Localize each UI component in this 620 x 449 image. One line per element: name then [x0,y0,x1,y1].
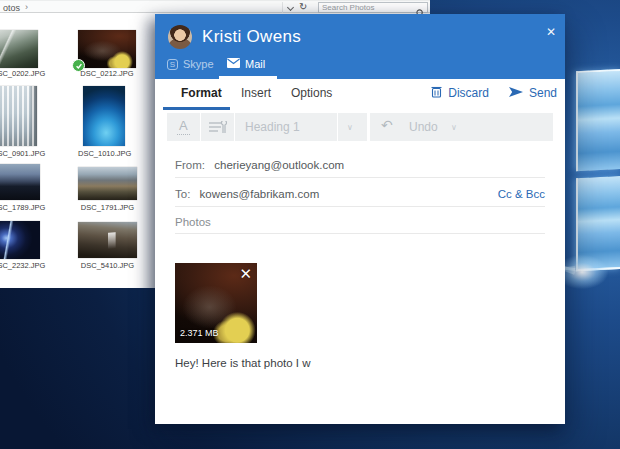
tab-mail[interactable]: Mail [227,58,265,70]
heading-style-dropdown[interactable]: Heading 1 [245,120,300,134]
photo-thumbnail[interactable] [0,30,38,68]
send-button[interactable]: Send [529,86,557,100]
ribbon-tab-insert[interactable]: Insert [241,86,271,100]
heading-dropdown-chevron-icon[interactable]: ∨ [347,123,353,132]
to-field[interactable]: To: kowens@fabrikam.com Cc & Bcc [175,178,545,207]
file-name[interactable]: DSC_2232.JPG [0,261,45,270]
photo-thumbnail[interactable] [0,221,40,259]
wallpaper-logo-pane-top [576,69,620,171]
breadcrumb[interactable]: otos [3,3,20,13]
desktop: otos › ↻ DSC_0202.JPG DSC_0212.JPG DSC_0… [0,0,620,449]
skype-icon: S [167,59,178,70]
toolbar-divider [337,113,338,141]
ribbon-tab-options[interactable]: Options [291,86,332,100]
contact-name-title: Kristi Owens [202,27,301,47]
attachment-size: 2.371 MB [180,328,219,338]
photo-thumbnail[interactable] [78,222,137,258]
undo-icon[interactable]: ↶ [381,117,393,133]
ribbon-tab-format[interactable]: Format [181,86,222,100]
file-name[interactable]: DSC_0212.JPG [78,69,136,78]
from-value[interactable]: cherieyang@outlook.com [214,159,344,171]
ribbon-active-tab-underline [163,107,230,110]
discard-trash-icon[interactable] [431,85,442,101]
breadcrumb-chevron-icon: › [25,2,28,12]
mail-envelope-icon [227,58,240,70]
address-dropdown-chevron-icon[interactable] [287,4,294,11]
toolbar-divider [234,113,235,141]
discard-button[interactable]: Discard [448,86,489,100]
contact-mail-window: Kristi Owens ✕ S Skype Mail Format Inser… [155,14,565,424]
paragraph-format-icon[interactable] [209,120,227,138]
file-name[interactable]: DSC_0202.JPG [0,69,45,78]
send-icon[interactable] [509,86,523,100]
to-value[interactable]: kowens@fabrikam.com [200,188,320,200]
message-body-text[interactable]: Hey! Here is that photo I w [175,357,311,369]
font-formatting-button[interactable]: A [177,118,190,135]
formatting-toolbar: A Heading 1 ∨ ↶ Undo ∨ [167,113,553,141]
address-bar-divider [282,2,283,13]
from-field[interactable]: From: cherieyang@outlook.com [175,142,545,178]
avatar [168,25,192,49]
photo-thumbnail[interactable] [78,167,137,200]
photo-thumbnail[interactable] [78,30,136,68]
photo-thumbnail[interactable] [0,164,40,200]
contact-header: Kristi Owens ✕ S Skype Mail [155,14,565,79]
subject-field[interactable]: Photos [175,207,545,234]
explorer-search-box[interactable] [318,2,428,13]
tab-mail-label: Mail [245,58,265,70]
file-name[interactable]: DSC_1789.JPG [0,203,45,212]
file-name[interactable]: DSC_5410.JPG [78,261,137,270]
photo-thumbnail[interactable] [0,86,37,146]
undo-button[interactable]: Undo [409,120,438,134]
tab-skype-label: Skype [183,58,214,70]
to-label: To: [175,188,190,200]
from-label: From: [175,159,205,171]
explorer-address-bar: otos › ↻ [0,0,430,13]
toolbar-divider [367,113,370,141]
cc-bcc-link[interactable]: Cc & Bcc [498,188,545,200]
toolbar-divider [200,113,201,141]
tab-skype[interactable]: S Skype [167,58,214,70]
photo-thumbnail[interactable] [83,86,125,146]
message-fields: From: cherieyang@outlook.com To: kowens@… [175,142,545,234]
undo-dropdown-chevron-icon[interactable]: ∨ [451,123,457,132]
search-input[interactable] [322,3,414,12]
subject-value[interactable]: Photos [175,216,211,228]
remove-attachment-icon[interactable]: ✕ [239,265,252,283]
file-name[interactable]: DSC_1791.JPG [78,203,137,212]
close-icon[interactable]: ✕ [546,25,556,39]
refresh-icon[interactable]: ↻ [299,1,307,12]
file-name[interactable]: DSC_0901.JPG [0,149,45,158]
file-name[interactable]: DSC_1010.JPG [78,149,130,158]
photo-attachment[interactable]: ✕ 2.371 MB [175,263,257,343]
mail-ribbon: Format Insert Options Discard Send A [155,79,565,142]
